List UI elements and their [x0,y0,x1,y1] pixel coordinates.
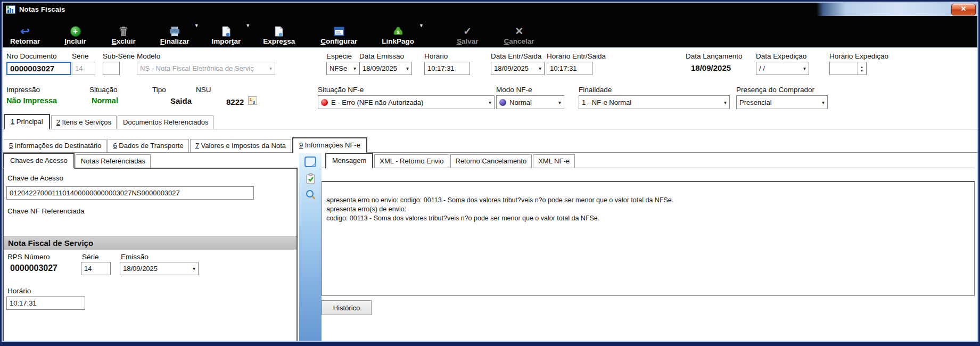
field-serie: Série 14 [72,52,95,75]
finalidade-select[interactable]: 1 - NF-e Normal ▾ [579,95,730,109]
horario-input[interactable]: 10:17:31 [424,62,470,75]
document-express-icon [275,24,283,37]
field-horario-entr-saida: Horário Entr/Saida 10:17:31 [547,52,606,75]
message-line: apresenta erro(s) de envio: [326,205,969,214]
rps-horario-label: Horário [7,287,31,295]
plus-icon: + [70,24,81,37]
tab-xml-nfe[interactable]: XML NF-e [533,154,575,168]
field-sub-serie: Sub-Série [103,52,135,75]
historico-button[interactable]: Histórico [322,300,372,315]
return-arrow-icon: ↩ [20,24,30,37]
field-modelo: Modelo NS - Nota Fiscal Eletrônica de Se… [137,52,275,75]
emissao-select[interactable]: 18/09/2025▾ [120,262,199,275]
field-data-expedicao: Data Expedição / /▾ [756,52,809,75]
tab-chaves-de-acesso[interactable]: Chaves de Acesso [3,153,75,169]
chevron-down-icon: ▾ [267,65,272,71]
settings-window-icon [334,24,344,37]
emissao-label: Emissão [121,253,149,261]
field-data-lancamento: Data Lançamento 18/09/2025 [686,52,743,72]
field-data-entr-saida: Data Entr/Saida 18/09/2025▾ [491,52,545,75]
field-presenca-comprador: Presença do Comprador Presencial ▾ [736,86,828,109]
sub-tabbar: 5 Informações do Destinatário 6 Dados de… [3,137,977,153]
window-frame: Notas Fiscais ✕ ↩ Retornar + Incluir [2,2,978,342]
importar-button[interactable]: Importar [212,24,241,45]
importar-dropdown-caret[interactable]: ▼ [245,23,250,28]
expressa-button[interactable]: Expressa [263,24,295,45]
tab-documentos-referenciados[interactable]: Documentos Referenciados [118,116,213,129]
data-lancamento-value: 18/09/2025 [691,63,743,72]
tab-informacoes-nfe[interactable]: 9 Informações NF-e [292,137,367,153]
tab-principal[interactable]: 1 Principal [4,114,50,130]
field-impressao: Impressão Não Impressa [6,86,57,105]
incluir-button[interactable]: + Incluir [64,24,86,45]
document-import-icon [222,24,230,37]
especie-select[interactable]: NFSe▾ [326,62,359,75]
tab-retorno-cancelamento[interactable]: Retorno Cancelamento [450,154,532,168]
notas-fiscais-window: Notas Fiscais ✕ ↩ Retornar + Incluir [0,0,980,346]
cancelar-button: ✕ Cancelar [504,24,534,45]
main-tabbar: 1 Principal 2 Itens e Serviços Documento… [3,114,977,129]
data-expedicao-select[interactable]: / /▾ [756,62,809,75]
money-bag-icon: $ [393,24,403,37]
serie-input[interactable]: 14 [72,62,95,75]
modelo-select[interactable]: NS - Nota Fiscal Eletrônica de Serviç▾ [137,62,275,75]
message-line: codigo: 00113 - Soma dos valores tribut?… [326,214,969,223]
field-horario: Horário 10:17:31 [424,52,470,75]
message-line: apresenta erro no envio: codigo: 00113 -… [326,196,969,205]
situacao-nfe-select[interactable]: E - Erro (NFE não Autorizada) ▾ [318,95,495,109]
tipo-value: Saida [170,96,192,105]
field-modo-nfe: Modo NF-e Normal ▾ [496,86,564,109]
nro-documento-input[interactable]: 0000003027 [6,62,71,75]
excluir-button[interactable]: Excluir [112,24,136,45]
retornar-button[interactable]: ↩ Retornar [10,24,40,45]
tab-valores-impostos[interactable]: 7 Valores e Impostos da Nota [190,139,291,152]
nota-fiscal-servico-header: Nota Fiscal de Serviço [4,236,297,250]
chave-acesso-label: Chave de Acesso [7,174,63,182]
spinner-arrows-icon[interactable]: ▴▾ [857,62,866,75]
chevron-down-icon: ▾ [556,100,561,105]
clipboard-check-icon[interactable] [306,173,316,184]
nsu-value: 8222 [226,97,244,106]
tab-notas-referenciadas[interactable]: Notas Referênciadas [76,154,151,168]
mode-status-icon [499,99,506,106]
horario-entr-saida-input[interactable]: 10:17:31 [547,62,592,75]
svg-text:$: $ [397,30,399,35]
presenca-comprador-select[interactable]: Presencial ▾ [736,95,828,109]
impressao-value: Não Impressa [6,96,57,105]
mensagem-text-area[interactable]: apresenta erro no envio: codigo: 00113 -… [322,181,975,296]
tab-itens-e-servicos[interactable]: 2 Itens e Serviços [51,116,117,129]
magnifier-icon[interactable] [305,189,316,200]
mensagens-panel: Mensagem XML - Retorno Envio Retorno Can… [322,153,977,341]
numeric-sequence-icon[interactable]: 13 [248,96,257,107]
linkpago-button[interactable]: $ LinkPago [382,24,414,45]
rps-serie-input[interactable]: 14 [81,262,111,275]
tab-xml-retorno-envio[interactable]: XML - Retorno Envio [374,154,449,168]
rps-numero-label: RPS Número [7,253,50,261]
field-horario-expedicao: Horário Expedição ▴▾ [829,52,888,75]
tab-dados-transporte[interactable]: 6 Dados de Transporte [108,139,188,152]
tab-informacoes-destinatario[interactable]: 5 Informações do Destinatário [4,139,106,152]
configurar-button[interactable]: Configurar [320,24,357,45]
finalizar-dropdown-caret[interactable]: ▼ [194,23,199,28]
chevron-down-icon: ▾ [191,266,195,271]
chevron-down-icon: ▾ [537,65,541,71]
svg-text:3: 3 [253,100,256,105]
rps-horario-input[interactable]: 10:17:31 [6,296,85,310]
horario-expedicao-stepper[interactable]: ▴▾ [829,62,867,75]
data-emissao-select[interactable]: 18/09/2025▾ [359,62,412,75]
chaves-tabbar: Chaves de Acesso Notas Referênciadas [3,153,298,169]
linkpago-dropdown-caret[interactable]: ▼ [419,23,424,28]
data-entr-saida-select[interactable]: 18/09/2025▾ [491,62,545,75]
printer-icon [169,24,180,37]
tab-mensagem[interactable]: Mensagem [325,153,373,169]
chevron-down-icon: ▾ [722,100,727,105]
sub-serie-input[interactable] [103,62,120,75]
finalizar-button[interactable]: Finalizar [160,24,190,45]
field-finalidade: Finalidade 1 - NF-e Normal ▾ [579,86,730,109]
close-button[interactable]: ✕ [951,4,976,15]
note-icon[interactable] [304,155,317,168]
chave-acesso-input[interactable]: 01204227000111014000000000003027NS000000… [6,186,254,200]
chevron-down-icon: ▾ [801,65,806,71]
app-icon [6,5,15,14]
modo-nfe-select[interactable]: Normal ▾ [496,95,564,109]
